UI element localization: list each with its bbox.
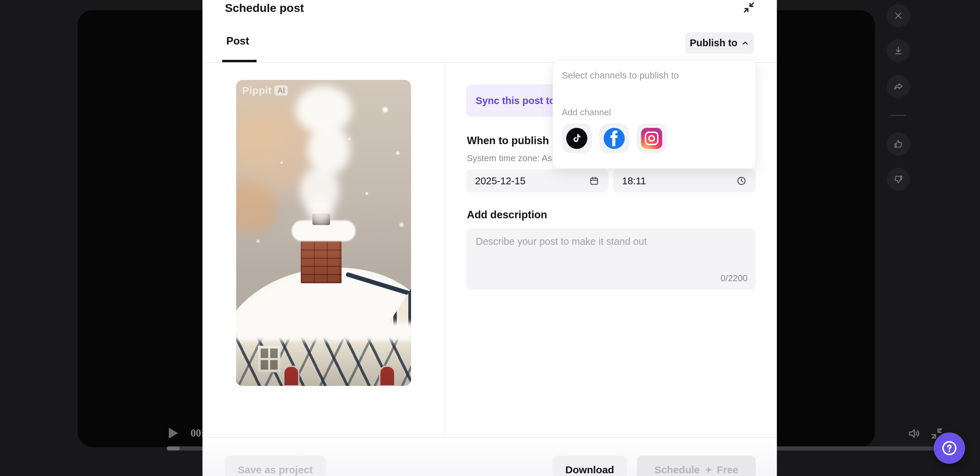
dislike-button[interactable] xyxy=(887,168,910,191)
stage-progress-played xyxy=(167,446,180,451)
column-divider xyxy=(444,63,445,437)
snowflake xyxy=(382,107,388,113)
stage-play-button[interactable] xyxy=(169,428,178,439)
close-button[interactable] xyxy=(887,4,910,27)
share-button[interactable] xyxy=(887,75,910,98)
brick-chimney xyxy=(301,236,342,283)
close-icon xyxy=(893,10,904,21)
add-tiktok-channel-button[interactable] xyxy=(562,124,592,153)
snowflake xyxy=(248,297,251,300)
sync-banner-text: Sync this post to xyxy=(476,95,555,106)
tiktok-icon xyxy=(566,128,587,149)
add-facebook-channel-button[interactable] xyxy=(599,124,629,153)
clock-icon xyxy=(736,175,747,186)
schedule-label: Schedule xyxy=(654,464,700,476)
when-to-publish-label: When to publish xyxy=(467,135,549,147)
time-value: 18:11 xyxy=(622,175,646,187)
char-counter: 0/2200 xyxy=(721,273,748,284)
question-mark-icon xyxy=(940,439,958,457)
snowflake xyxy=(366,192,368,195)
snowflake xyxy=(399,223,404,227)
collapse-icon xyxy=(742,1,756,14)
help-button[interactable] xyxy=(934,433,965,464)
timezone-note: System time zone: Asi xyxy=(467,153,554,163)
watermark-ai-badge: AI xyxy=(274,85,288,95)
watermark-logo-text: Pippit xyxy=(242,85,272,96)
facebook-icon xyxy=(604,128,625,149)
save-as-project-button[interactable]: Save as project xyxy=(225,455,326,476)
add-instagram-channel-button[interactable] xyxy=(637,124,667,153)
select-channels-label: Select channels to publish to xyxy=(562,70,679,81)
instagram-icon xyxy=(641,128,662,149)
add-channel-label: Add channel xyxy=(562,107,611,117)
date-value: 2025-12-15 xyxy=(475,175,525,187)
snowflake xyxy=(280,162,283,164)
date-field[interactable]: 2025-12-15 xyxy=(466,169,608,192)
tab-post[interactable]: Post xyxy=(226,35,249,47)
stage-volume-icon[interactable] xyxy=(907,426,921,441)
like-button[interactable] xyxy=(887,133,910,156)
schedule-button[interactable]: Schedule Free xyxy=(637,455,756,476)
schedule-post-modal: Schedule post Post xyxy=(202,0,777,476)
publish-channels-dropdown: Select channels to publish to Add channe… xyxy=(553,60,756,169)
video-preview: Pippit AI 00:00|00:20 xyxy=(236,80,411,386)
thumbs-up-icon xyxy=(893,139,904,149)
time-field[interactable]: 18:11 xyxy=(613,169,756,192)
modal-title: Schedule post xyxy=(225,2,304,14)
publish-to-label: Publish to xyxy=(690,37,737,49)
player-scrim xyxy=(236,338,411,386)
snowflake xyxy=(256,240,259,243)
calendar-icon xyxy=(589,175,600,186)
download-video-button[interactable] xyxy=(887,39,910,62)
add-description-label: Add description xyxy=(467,209,547,221)
publish-to-button[interactable]: Publish to xyxy=(685,32,754,54)
modal-footer: Save as project Download Schedule Free xyxy=(202,437,777,476)
snowflake xyxy=(348,138,351,140)
toolbar-divider xyxy=(891,115,906,116)
app-root: 00:00|00:20 Schedule post xyxy=(0,0,980,476)
thumbs-down-icon xyxy=(893,174,904,185)
description-box: 0/2200 xyxy=(466,228,756,290)
modal-collapse-button[interactable] xyxy=(742,1,756,14)
chevron-up-icon xyxy=(741,39,749,48)
schedule-badge: Free xyxy=(717,464,738,476)
smoke xyxy=(296,86,352,133)
download-icon xyxy=(893,45,904,56)
snowflake xyxy=(396,151,399,155)
description-input[interactable] xyxy=(466,228,756,290)
share-icon xyxy=(893,81,904,92)
sparkle-icon xyxy=(704,465,713,474)
download-button[interactable]: Download xyxy=(553,455,627,476)
watermark: Pippit AI xyxy=(242,85,288,96)
